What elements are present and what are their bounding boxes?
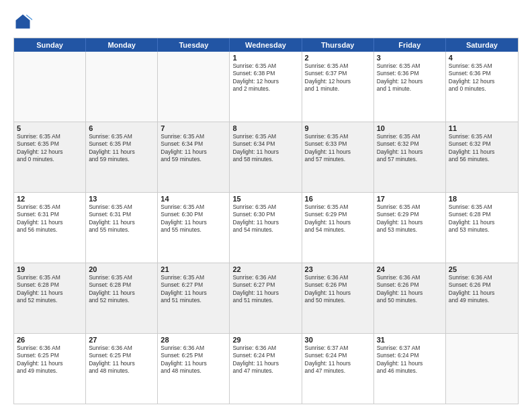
calendar-row: 19Sunrise: 6:35 AMSunset: 6:28 PMDayligh… xyxy=(14,263,518,334)
cell-info-text: Sunrise: 6:35 AMSunset: 6:31 PMDaylight:… xyxy=(17,203,83,234)
cal-header-day: Tuesday xyxy=(158,38,230,52)
cal-header-day: Wednesday xyxy=(230,38,302,52)
cell-date-number: 20 xyxy=(89,265,154,273)
cell-date-number: 9 xyxy=(305,124,371,132)
cell-info-text: Sunrise: 6:35 AMSunset: 6:29 PMDaylight:… xyxy=(377,203,443,234)
cell-date-number: 31 xyxy=(377,336,443,344)
cell-date-number: 23 xyxy=(305,265,371,273)
logo xyxy=(13,12,35,31)
cell-date-number: 19 xyxy=(17,265,83,273)
cell-info-text: Sunrise: 6:36 AMSunset: 6:24 PMDaylight:… xyxy=(232,345,298,375)
cell-date-number: 17 xyxy=(377,195,443,203)
cell-date-number: 4 xyxy=(449,54,515,62)
cell-info-text: Sunrise: 6:36 AMSunset: 6:25 PMDaylight:… xyxy=(17,345,83,375)
cal-header-day: Saturday xyxy=(446,38,518,52)
calendar-cell: 12Sunrise: 6:35 AMSunset: 6:31 PMDayligh… xyxy=(14,193,86,263)
calendar-header: SundayMondayTuesdayWednesdayThursdayFrid… xyxy=(14,38,518,52)
cell-info-text: Sunrise: 6:35 AMSunset: 6:38 PMDaylight:… xyxy=(232,62,298,93)
calendar-cell: 31Sunrise: 6:37 AMSunset: 6:24 PMDayligh… xyxy=(374,334,446,404)
cell-date-number: 25 xyxy=(449,265,515,273)
calendar-cell: 30Sunrise: 6:37 AMSunset: 6:24 PMDayligh… xyxy=(302,334,374,404)
cell-date-number: 11 xyxy=(449,124,515,132)
calendar-cell: 14Sunrise: 6:35 AMSunset: 6:30 PMDayligh… xyxy=(158,193,230,263)
cell-date-number: 29 xyxy=(232,336,298,344)
cell-date-number: 13 xyxy=(89,195,154,203)
cell-date-number: 5 xyxy=(17,124,83,132)
calendar-cell: 26Sunrise: 6:36 AMSunset: 6:25 PMDayligh… xyxy=(14,334,86,404)
cell-date-number: 7 xyxy=(161,124,226,132)
calendar-cell: 16Sunrise: 6:35 AMSunset: 6:29 PMDayligh… xyxy=(302,193,374,263)
cell-date-number: 26 xyxy=(17,336,83,344)
header xyxy=(13,12,519,31)
cell-info-text: Sunrise: 6:35 AMSunset: 6:34 PMDaylight:… xyxy=(232,133,298,164)
cal-header-day: Sunday xyxy=(14,38,86,52)
calendar-cell: 9Sunrise: 6:35 AMSunset: 6:33 PMDaylight… xyxy=(302,122,374,192)
cell-info-text: Sunrise: 6:35 AMSunset: 6:27 PMDaylight:… xyxy=(161,274,226,305)
calendar-cell: 6Sunrise: 6:35 AMSunset: 6:35 PMDaylight… xyxy=(86,122,158,192)
cell-date-number: 24 xyxy=(377,265,443,273)
cell-info-text: Sunrise: 6:36 AMSunset: 6:27 PMDaylight:… xyxy=(232,274,298,305)
cell-info-text: Sunrise: 6:35 AMSunset: 6:28 PMDaylight:… xyxy=(89,274,154,305)
calendar-cell: 27Sunrise: 6:36 AMSunset: 6:25 PMDayligh… xyxy=(86,334,158,404)
cell-info-text: Sunrise: 6:35 AMSunset: 6:28 PMDaylight:… xyxy=(449,203,515,234)
cell-info-text: Sunrise: 6:37 AMSunset: 6:24 PMDaylight:… xyxy=(377,345,443,375)
cell-info-text: Sunrise: 6:35 AMSunset: 6:36 PMDaylight:… xyxy=(377,62,443,93)
calendar-cell: 7Sunrise: 6:35 AMSunset: 6:34 PMDaylight… xyxy=(158,122,230,192)
cell-info-text: Sunrise: 6:35 AMSunset: 6:34 PMDaylight:… xyxy=(161,133,226,164)
cell-info-text: Sunrise: 6:35 AMSunset: 6:28 PMDaylight:… xyxy=(17,274,83,305)
calendar-row: 12Sunrise: 6:35 AMSunset: 6:31 PMDayligh… xyxy=(14,193,518,263)
cell-date-number: 28 xyxy=(161,336,226,344)
calendar: SundayMondayTuesdayWednesdayThursdayFrid… xyxy=(13,38,519,404)
cell-date-number: 22 xyxy=(232,265,298,273)
cell-info-text: Sunrise: 6:36 AMSunset: 6:26 PMDaylight:… xyxy=(377,274,443,305)
cell-info-text: Sunrise: 6:37 AMSunset: 6:24 PMDaylight:… xyxy=(305,345,371,375)
cell-info-text: Sunrise: 6:35 AMSunset: 6:30 PMDaylight:… xyxy=(161,203,226,234)
cell-date-number: 16 xyxy=(305,195,371,203)
calendar-cell: 28Sunrise: 6:36 AMSunset: 6:25 PMDayligh… xyxy=(158,334,230,404)
calendar-cell: 21Sunrise: 6:35 AMSunset: 6:27 PMDayligh… xyxy=(158,263,230,333)
cell-info-text: Sunrise: 6:35 AMSunset: 6:36 PMDaylight:… xyxy=(449,62,515,93)
calendar-cell: 11Sunrise: 6:35 AMSunset: 6:32 PMDayligh… xyxy=(446,122,518,192)
cell-date-number: 30 xyxy=(305,336,371,344)
calendar-cell: 18Sunrise: 6:35 AMSunset: 6:28 PMDayligh… xyxy=(446,193,518,263)
cell-date-number: 1 xyxy=(232,54,298,62)
logo-icon xyxy=(13,12,32,31)
cal-header-day: Thursday xyxy=(302,38,374,52)
cell-info-text: Sunrise: 6:36 AMSunset: 6:26 PMDaylight:… xyxy=(449,274,515,305)
cell-date-number: 6 xyxy=(89,124,154,132)
cell-info-text: Sunrise: 6:35 AMSunset: 6:33 PMDaylight:… xyxy=(305,133,371,164)
cell-info-text: Sunrise: 6:35 AMSunset: 6:37 PMDaylight:… xyxy=(305,62,371,93)
cell-date-number: 21 xyxy=(161,265,226,273)
cell-info-text: Sunrise: 6:36 AMSunset: 6:25 PMDaylight:… xyxy=(161,345,226,375)
cal-header-day: Friday xyxy=(374,38,446,52)
calendar-cell: 25Sunrise: 6:36 AMSunset: 6:26 PMDayligh… xyxy=(446,263,518,333)
calendar-cell: 13Sunrise: 6:35 AMSunset: 6:31 PMDayligh… xyxy=(86,193,158,263)
calendar-cell: 29Sunrise: 6:36 AMSunset: 6:24 PMDayligh… xyxy=(230,334,302,404)
page: SundayMondayTuesdayWednesdayThursdayFrid… xyxy=(0,0,532,411)
calendar-cell: 17Sunrise: 6:35 AMSunset: 6:29 PMDayligh… xyxy=(374,193,446,263)
cell-date-number: 10 xyxy=(377,124,443,132)
calendar-body: 1Sunrise: 6:35 AMSunset: 6:38 PMDaylight… xyxy=(14,52,518,404)
cell-date-number: 3 xyxy=(377,54,443,62)
cell-date-number: 18 xyxy=(449,195,515,203)
calendar-cell: 2Sunrise: 6:35 AMSunset: 6:37 PMDaylight… xyxy=(302,52,374,122)
calendar-cell xyxy=(86,52,158,122)
calendar-cell: 10Sunrise: 6:35 AMSunset: 6:32 PMDayligh… xyxy=(374,122,446,192)
calendar-cell: 8Sunrise: 6:35 AMSunset: 6:34 PMDaylight… xyxy=(230,122,302,192)
cell-info-text: Sunrise: 6:35 AMSunset: 6:31 PMDaylight:… xyxy=(89,203,154,234)
calendar-cell: 22Sunrise: 6:36 AMSunset: 6:27 PMDayligh… xyxy=(230,263,302,333)
cell-info-text: Sunrise: 6:36 AMSunset: 6:25 PMDaylight:… xyxy=(89,345,154,375)
calendar-cell xyxy=(158,52,230,122)
cell-date-number: 12 xyxy=(17,195,83,203)
calendar-cell: 20Sunrise: 6:35 AMSunset: 6:28 PMDayligh… xyxy=(86,263,158,333)
cell-info-text: Sunrise: 6:35 AMSunset: 6:30 PMDaylight:… xyxy=(232,203,298,234)
cell-date-number: 27 xyxy=(89,336,154,344)
cell-info-text: Sunrise: 6:35 AMSunset: 6:32 PMDaylight:… xyxy=(449,133,515,164)
calendar-cell: 23Sunrise: 6:36 AMSunset: 6:26 PMDayligh… xyxy=(302,263,374,333)
cell-date-number: 14 xyxy=(161,195,226,203)
cell-date-number: 15 xyxy=(232,195,298,203)
calendar-cell: 15Sunrise: 6:35 AMSunset: 6:30 PMDayligh… xyxy=(230,193,302,263)
cell-date-number: 8 xyxy=(232,124,298,132)
cell-date-number: 2 xyxy=(305,54,371,62)
calendar-cell xyxy=(14,52,86,122)
